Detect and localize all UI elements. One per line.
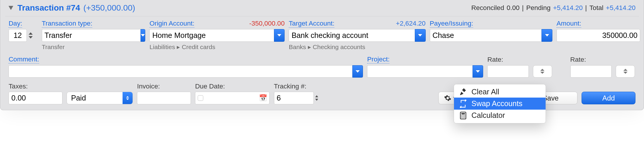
- broom-icon: [459, 88, 467, 96]
- due-date-label: Due Date:: [195, 83, 225, 90]
- payee-input[interactable]: [430, 29, 542, 41]
- comment-combo[interactable]: [9, 65, 363, 78]
- menu-item-calculator[interactable]: Calculator: [454, 110, 545, 121]
- chevron-up-icon[interactable]: [623, 69, 628, 71]
- project-combo[interactable]: [367, 65, 483, 78]
- taxes-input[interactable]: [9, 92, 62, 104]
- target-account-balance: +2,624.20: [396, 20, 426, 27]
- menu-item-swap-accounts[interactable]: Swap Accounts: [454, 98, 545, 109]
- invoice-input[interactable]: [137, 92, 191, 104]
- taxes-status-select[interactable]: Paid: [67, 92, 133, 104]
- total-value: +5,414.20: [606, 4, 636, 12]
- origin-account-balance: -350,000.00: [249, 20, 285, 27]
- taxes-label: Taxes:: [9, 83, 28, 90]
- gear-menu: Clear All Swap Accounts Calculator: [454, 84, 546, 123]
- svg-point-5: [461, 117, 462, 118]
- due-date-input[interactable]: [195, 92, 270, 104]
- project-label[interactable]: Project:: [367, 56, 389, 63]
- target-account-dropdown-button[interactable]: [415, 29, 426, 41]
- fields-row-1: [5, 29, 639, 41]
- target-account-combo[interactable]: [289, 29, 425, 41]
- transaction-title-group: Transaction #74 (+350,000.00): [9, 3, 135, 13]
- pending-value: +5,414.20: [553, 4, 583, 12]
- transaction-title: Transaction #74: [17, 3, 80, 13]
- svg-point-7: [464, 117, 465, 118]
- subtext-row: Transfer Liabilities ▸ Credit cards Bank…: [5, 42, 639, 51]
- labels-row-2: Comment: Project: Rate: Rate:: [5, 56, 639, 63]
- tracking-field[interactable]: [274, 92, 324, 104]
- comment-input[interactable]: [9, 65, 352, 78]
- project-input[interactable]: [367, 65, 472, 78]
- gear-icon: [444, 94, 451, 102]
- transaction-type-input[interactable]: [42, 29, 141, 41]
- menu-item-swap-accounts-label: Swap Accounts: [471, 99, 522, 108]
- origin-account-input[interactable]: [149, 29, 274, 41]
- transaction-status: Reconciled 0.00 | Pending +5,414.20 | To…: [471, 4, 635, 12]
- rate1-label: Rate:: [487, 56, 503, 63]
- day-label[interactable]: Day:: [9, 20, 22, 28]
- chevron-down-icon[interactable]: [540, 72, 544, 74]
- payee-combo[interactable]: [430, 29, 552, 41]
- amount-label[interactable]: Amount:: [557, 20, 581, 28]
- labels-row-1: Day: Transaction type: Origin Account: -…: [5, 20, 639, 28]
- amount-input[interactable]: [557, 29, 640, 41]
- day-stepper[interactable]: [9, 29, 37, 41]
- payee-dropdown-button[interactable]: [541, 29, 552, 41]
- comment-dropdown-button[interactable]: [352, 65, 363, 78]
- chevron-up-icon[interactable]: [540, 69, 544, 71]
- svg-point-4: [464, 116, 465, 116]
- calendar-icon[interactable]: 📅: [259, 94, 267, 102]
- origin-account-subtext: Liabilities ▸ Credit cards: [149, 43, 285, 51]
- reconciled-value: 0.00: [507, 4, 520, 12]
- transaction-header: Transaction #74 (+350,000.00) Reconciled…: [5, 2, 639, 16]
- rate2-input[interactable]: [570, 65, 612, 78]
- svg-point-3: [463, 116, 464, 116]
- comment-label[interactable]: Comment:: [9, 56, 39, 63]
- transaction-amount-delta: (+350,000.00): [83, 3, 135, 13]
- svg-rect-1: [461, 113, 465, 115]
- disclosure-triangle-icon[interactable]: [9, 6, 13, 10]
- transaction-type-dropdown-button[interactable]: [141, 29, 146, 41]
- taxes-status-value: Paid: [67, 92, 123, 104]
- fields-row-2: [5, 65, 639, 78]
- reconciled-label: Reconciled: [471, 4, 504, 12]
- pending-label: Pending: [526, 4, 551, 12]
- target-account-label[interactable]: Target Account:: [289, 20, 334, 28]
- chevron-down-icon[interactable]: [315, 99, 318, 101]
- taxes-status-caret-icon[interactable]: [123, 92, 133, 104]
- total-label: Total: [589, 4, 604, 12]
- origin-account-dropdown-button[interactable]: [274, 29, 285, 41]
- rate1-input[interactable]: [487, 65, 529, 78]
- menu-item-clear-all[interactable]: Clear All: [454, 86, 545, 98]
- due-date-field[interactable]: 📅: [195, 92, 270, 104]
- swap-icon: [459, 100, 467, 108]
- transaction-type-subtext: Transfer: [42, 43, 146, 51]
- project-dropdown-button[interactable]: [473, 65, 483, 78]
- tracking-input[interactable]: [274, 92, 314, 104]
- add-button[interactable]: Add: [582, 92, 635, 104]
- target-account-subtext: Banks ▸ Checking accounts: [289, 43, 425, 51]
- target-account-input[interactable]: [289, 29, 415, 41]
- transaction-type-label[interactable]: Transaction type:: [42, 20, 93, 28]
- rate1-stepper[interactable]: [533, 65, 552, 78]
- chevron-down-icon[interactable]: [29, 36, 33, 39]
- transaction-panel: Transaction #74 (+350,000.00) Reconciled…: [0, 0, 644, 110]
- chevron-up-icon[interactable]: [29, 32, 33, 35]
- calculator-icon: [459, 111, 467, 120]
- day-input[interactable]: [9, 29, 27, 41]
- menu-item-calculator-label: Calculator: [471, 111, 505, 120]
- payee-issuing-label[interactable]: Payee/Issuing:: [430, 20, 473, 28]
- day-stepper-arrows[interactable]: [29, 29, 36, 41]
- origin-account-combo[interactable]: [149, 29, 285, 41]
- rate2-label: Rate:: [570, 56, 586, 63]
- transaction-type-combo[interactable]: [42, 29, 146, 41]
- due-date-checkbox[interactable]: [198, 95, 204, 101]
- chevron-up-icon[interactable]: [315, 95, 318, 97]
- origin-account-label[interactable]: Origin Account:: [149, 20, 194, 28]
- svg-point-6: [463, 117, 464, 118]
- rate2-stepper[interactable]: [616, 65, 635, 78]
- chevron-down-icon[interactable]: [623, 72, 628, 74]
- svg-point-2: [461, 116, 462, 116]
- invoice-label: Invoice:: [137, 83, 160, 90]
- tracking-stepper[interactable]: [315, 95, 321, 101]
